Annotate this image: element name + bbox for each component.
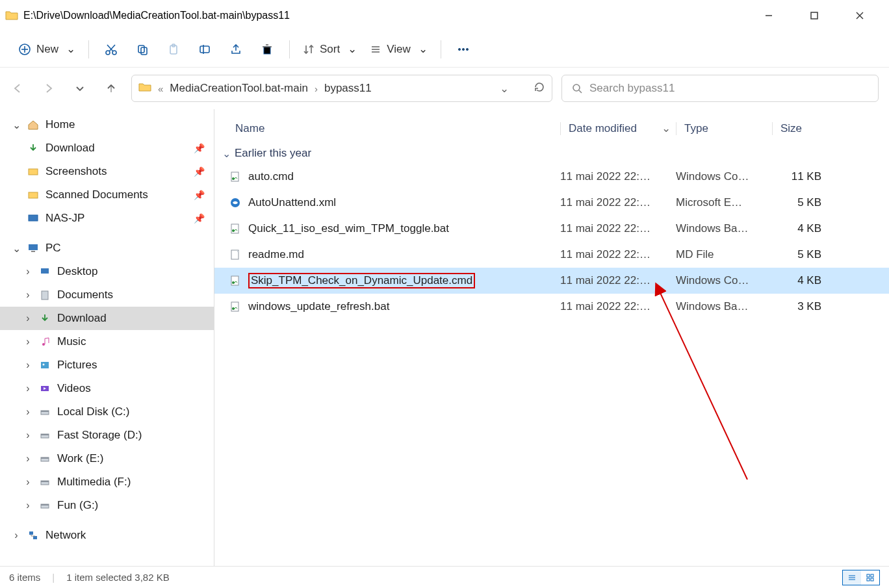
svg-point-58 [232,281,235,284]
file-row[interactable]: Skip_TPM_Check_on_Dynamic_Update.cmd11 m… [214,268,889,294]
header-date[interactable]: Date modified⌄ [560,122,676,135]
sidebar-pc-item[interactable]: ›Music [0,330,214,353]
up-button[interactable] [100,77,122,99]
address-dropdown[interactable]: ⌄ [500,82,509,96]
file-icon [229,248,242,261]
address-bar[interactable]: « MediaCreationTool.bat-main › bypass11 … [131,75,552,102]
separator [441,40,441,58]
copy-button[interactable] [127,36,158,62]
new-button[interactable]: New⌄ [12,36,82,62]
svg-point-23 [458,48,460,50]
cut-button[interactable] [96,36,127,62]
search-box[interactable] [561,75,879,102]
breadcrumb-item[interactable]: MediaCreationTool.bat-main [170,82,308,95]
view-button[interactable]: View⌄ [363,36,434,62]
view-label: View [387,43,411,56]
chevron-right-icon: › [22,476,34,488]
svg-point-55 [232,229,235,232]
chevron-right-icon: › [22,336,34,348]
drive-icon [38,311,52,326]
sidebar-pc-item[interactable]: ›Fast Storage (D:) [0,424,214,447]
status-bar: 6 items | 1 item selected 3,82 KB [0,566,889,588]
sidebar-network[interactable]: ›Network [0,524,214,547]
svg-rect-68 [871,578,873,581]
sidebar-pc-item[interactable]: ›Download [0,307,214,330]
forward-button[interactable] [38,77,60,99]
file-icon [229,300,242,313]
file-icon [229,274,242,287]
drive-icon [38,452,52,466]
folder-icon [26,188,40,202]
header-name[interactable]: Name [214,122,560,135]
sidebar-pc-item[interactable]: ›Documents [0,283,214,307]
file-row[interactable]: AutoUnattend.xml11 mai 2022 22:…Microsof… [214,190,889,216]
file-icon [229,196,242,209]
rename-button[interactable] [189,36,220,62]
svg-rect-50 [33,536,37,539]
close-button[interactable] [845,5,875,26]
chevron-down-icon: ⌄ [10,242,22,255]
label: Screenshots [45,165,107,178]
svg-rect-59 [231,302,238,311]
refresh-button[interactable] [534,81,545,96]
recent-dropdown[interactable] [69,77,91,99]
svg-rect-40 [41,411,49,412]
more-button[interactable] [448,36,479,62]
delete-button[interactable] [251,36,283,62]
minimize-button[interactable] [754,5,784,26]
chevron-right-icon: › [10,530,22,541]
paste-button[interactable] [158,36,189,62]
file-size: 4 KB [772,274,837,287]
svg-rect-46 [41,481,49,482]
label: Work (E:) [57,452,103,465]
details-view-icon[interactable] [843,570,861,585]
folder-icon [5,9,18,22]
svg-rect-67 [867,578,870,581]
maximize-button[interactable] [799,5,829,26]
sidebar-quick-screenshots[interactable]: Screenshots📌 [0,160,214,183]
sidebar-pc-item[interactable]: ›Videos [0,377,214,400]
sidebar-pc-item[interactable]: ›Fun (G:) [0,494,214,517]
label: Desktop [57,265,97,278]
file-icon [229,170,242,183]
label: Home [45,118,75,131]
file-size: 11 KB [772,170,837,183]
file-row[interactable]: readme.md11 mai 2022 22:…MD File5 KB [214,242,889,268]
sidebar-pc-item[interactable]: ›Pictures [0,353,214,377]
chevron-down-icon[interactable]: ⌄ [662,121,671,135]
chevron-right-icon: › [22,266,34,277]
back-button[interactable] [6,77,29,99]
svg-rect-44 [41,457,49,459]
breadcrumb-item[interactable]: bypass11 [324,82,372,95]
view-toggle[interactable] [842,570,880,585]
pc-icon [26,241,40,255]
drive-icon [38,335,52,349]
sort-button[interactable]: Sort⌄ [296,36,363,62]
search-input[interactable] [589,82,869,95]
chevron-down-icon: ⌄ [348,42,357,56]
sidebar-home[interactable]: ⌄Home [0,113,214,136]
sidebar-pc-item[interactable]: ›Work (E:) [0,447,214,470]
sidebar-quick-download[interactable]: Download📌 [0,136,214,160]
file-row[interactable]: windows_update_refresh.bat11 mai 2022 22… [214,294,889,320]
share-button[interactable] [220,36,251,62]
file-row[interactable]: auto.cmd11 mai 2022 22:…Windows Co…11 KB [214,164,889,190]
header-size[interactable]: Size [772,122,837,135]
file-size: 5 KB [772,196,837,209]
sidebar-quick-nas[interactable]: NAS-JP📌 [0,207,214,230]
sidebar-pc-item[interactable]: ›Local Disk (C:) [0,400,214,424]
svg-rect-30 [29,215,38,221]
sidebar-pc[interactable]: ⌄PC [0,236,214,260]
drive-icon [38,475,52,489]
drive-icon [38,405,52,419]
pin-icon: 📌 [194,213,205,224]
thumbnails-view-icon[interactable] [861,570,879,585]
sidebar-pc-item[interactable]: ›Desktop [0,260,214,283]
sidebar-quick-scanned[interactable]: Scanned Documents📌 [0,183,214,207]
header-type[interactable]: Type [676,122,772,135]
svg-rect-15 [200,46,209,53]
file-type: Microsoft E… [676,196,772,209]
sidebar-pc-item[interactable]: ›Multimedia (F:) [0,470,214,494]
group-header[interactable]: ⌄Earlier this year [214,142,889,164]
file-row[interactable]: Quick_11_iso_esd_wim_TPM_toggle.bat11 ma… [214,216,889,242]
